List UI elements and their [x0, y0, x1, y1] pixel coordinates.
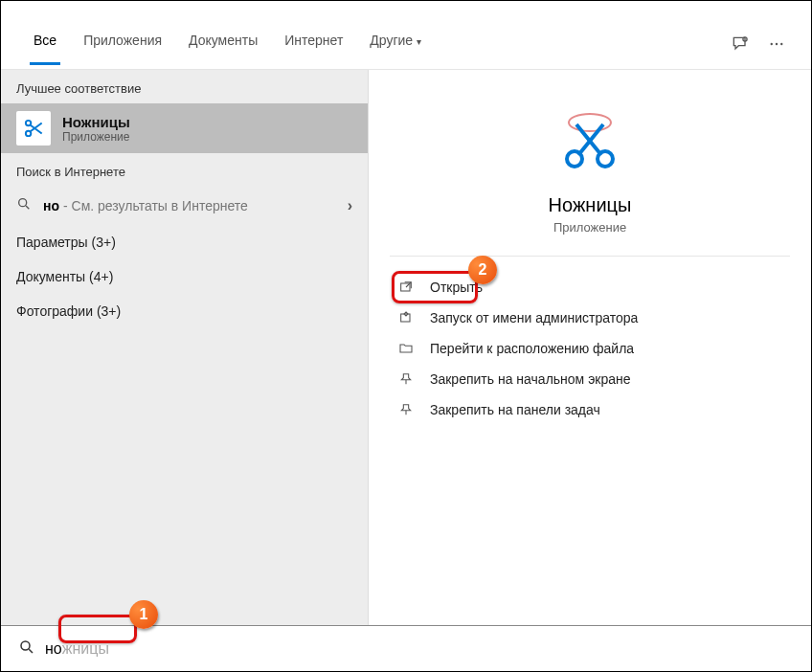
tab-apps[interactable]: Приложения — [70, 23, 175, 65]
scissors-icon — [16, 111, 51, 146]
preview-subtitle: Приложение — [553, 220, 626, 235]
category-documents[interactable]: Документы (4+) — [1, 259, 368, 294]
action-pin-start-label: Закрепить на начальном экране — [430, 371, 631, 387]
search-autocomplete-text: жницы — [62, 640, 109, 658]
action-open-location[interactable]: Перейти к расположению файла — [390, 333, 790, 364]
search-tabs: Все Приложения Документы Интернет Другие… — [1, 1, 811, 70]
more-icon[interactable] — [761, 29, 792, 59]
action-pin-taskbar-label: Закрепить на панели задач — [430, 402, 600, 417]
search-icon — [18, 638, 35, 660]
svg-point-9 — [598, 151, 613, 167]
search-input[interactable]: ножницы — [45, 640, 109, 658]
svg-point-2 — [776, 42, 778, 44]
open-icon — [395, 280, 417, 295]
pin-taskbar-icon — [395, 402, 417, 417]
action-pin-start[interactable]: Закрепить на начальном экране — [390, 364, 790, 394]
search-icon — [16, 196, 34, 215]
action-run-admin[interactable]: Запуск от имени администратора — [390, 302, 790, 333]
action-open[interactable]: Открыть — [390, 272, 790, 302]
action-location-label: Перейти к расположению файла — [430, 341, 634, 356]
tab-all[interactable]: Все — [20, 23, 70, 65]
result-subtitle: Приложение — [62, 130, 352, 144]
action-admin-label: Запуск от имени администратора — [430, 310, 638, 325]
svg-point-4 — [26, 131, 31, 136]
result-snipping-tool[interactable]: Ножницы Приложение — [1, 103, 368, 153]
preview-title: Ножницы — [549, 194, 632, 216]
action-pin-taskbar[interactable]: Закрепить на панели задач — [390, 394, 790, 425]
category-photos[interactable]: Фотографии (3+) — [1, 294, 368, 328]
tab-docs[interactable]: Документы — [175, 23, 271, 65]
web-query-text: но — [43, 198, 59, 213]
result-title: Ножницы — [62, 114, 352, 130]
svg-point-6 — [19, 199, 27, 207]
preview-panel: Ножницы Приложение Открыть Запуск от име… — [369, 70, 811, 625]
web-result-row[interactable]: но - См. результаты в Интернете › — [1, 187, 368, 225]
search-bar: ножницы — [1, 625, 811, 671]
feedback-icon[interactable] — [725, 29, 756, 59]
action-open-label: Открыть — [430, 280, 483, 295]
best-match-label: Лучшее соответствие — [1, 70, 368, 103]
chevron-down-icon: ▾ — [417, 36, 421, 47]
web-query-suffix: - См. результаты в Интернете — [63, 198, 248, 213]
results-panel: Лучшее соответствие Ножницы Приложение П… — [1, 70, 369, 625]
svg-point-8 — [567, 151, 582, 167]
chevron-right-icon: › — [348, 197, 352, 214]
web-search-label: Поиск в Интернете — [1, 153, 368, 187]
svg-point-1 — [771, 42, 773, 44]
svg-point-12 — [21, 641, 30, 650]
tab-internet[interactable]: Интернет — [271, 23, 356, 65]
app-large-icon — [547, 97, 633, 183]
admin-icon — [395, 310, 417, 325]
category-settings[interactable]: Параметры (3+) — [1, 225, 368, 259]
folder-icon — [395, 341, 417, 356]
svg-point-3 — [780, 42, 782, 44]
pin-start-icon — [395, 371, 417, 387]
svg-point-7 — [569, 114, 611, 131]
tab-other[interactable]: Другие▾ — [356, 23, 435, 65]
svg-point-5 — [26, 121, 31, 125]
search-typed-text: но — [45, 640, 62, 658]
